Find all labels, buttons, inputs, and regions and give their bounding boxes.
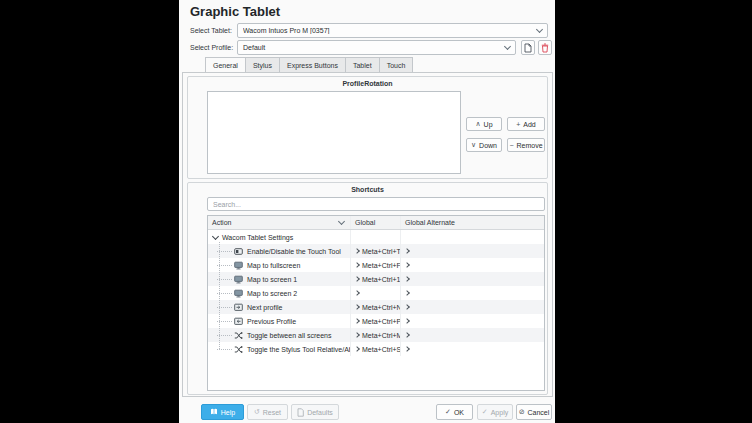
table-row[interactable]: Toggle between all screens Meta+Ctrl+M — [208, 328, 544, 342]
expand-icon[interactable] — [354, 318, 360, 324]
delete-profile-button[interactable] — [538, 40, 552, 55]
rotation-add-button[interactable]: +Add — [507, 117, 545, 131]
rotation-remove-button[interactable]: −Remove — [507, 138, 545, 152]
document-revert-icon — [297, 408, 304, 417]
expand-icon[interactable] — [404, 248, 410, 254]
table-row[interactable]: Map to screen 2 — [208, 286, 544, 300]
table-row[interactable]: Map to fullscreen Meta+Ctrl+F — [208, 258, 544, 272]
tablet-combobox-value: Wacom Intuos Pro M [0357] — [243, 27, 537, 34]
select-tablet-label: Select Tablet: — [190, 23, 232, 38]
shuffle-icon — [234, 331, 243, 340]
expand-icon[interactable] — [354, 248, 360, 254]
document-new-icon — [524, 43, 532, 53]
table-header: Action Global Global Alternate — [208, 216, 544, 230]
table-row[interactable]: Previous Profile Meta+Ctrl+P — [208, 314, 544, 328]
apply-button[interactable]: ✓ Apply — [477, 404, 513, 420]
help-book-icon — [210, 408, 218, 416]
cancel-button[interactable]: ⊘ Cancel — [516, 404, 552, 420]
table-row[interactable]: Next profile Meta+Ctrl+N — [208, 300, 544, 314]
monitor-icon — [234, 289, 243, 298]
expand-icon[interactable] — [404, 332, 410, 338]
reset-button[interactable]: ↺ Reset — [247, 404, 288, 420]
table-group-row[interactable]: Wacom Tablet Settings — [208, 230, 544, 244]
profile-rotation-title: ProfileRotation — [188, 80, 547, 87]
chevron-down-icon — [504, 43, 511, 50]
tablet-combobox[interactable]: Wacom Intuos Pro M [0357] — [237, 23, 548, 38]
expand-icon[interactable] — [354, 332, 360, 338]
monitor-icon — [234, 275, 243, 284]
defaults-button[interactable]: Defaults — [291, 404, 339, 420]
check-icon: ✓ — [445, 408, 451, 416]
arrow-down-icon: ∨ — [471, 141, 476, 149]
tree-line — [219, 242, 220, 349]
expand-icon[interactable] — [404, 318, 410, 324]
table-row[interactable]: Map to screen 1 Meta+Ctrl+1 — [208, 272, 544, 286]
expand-icon[interactable] — [354, 276, 360, 282]
search-input[interactable] — [207, 197, 545, 211]
shuffle-icon — [234, 345, 243, 354]
tab-general[interactable]: General — [205, 57, 246, 73]
table-row[interactable]: Enable/Disable the Touch Tool Meta+Ctrl+… — [208, 244, 544, 258]
profile-combobox[interactable]: Default — [237, 40, 516, 55]
tablet-icon — [234, 247, 243, 256]
undo-icon: ↺ — [254, 408, 260, 416]
table-row[interactable]: Toggle the Stylus Tool Relative/Absolute… — [208, 342, 544, 356]
expand-icon[interactable] — [404, 346, 410, 352]
rotation-down-button[interactable]: ∨Down — [466, 138, 502, 152]
expand-icon[interactable] — [404, 304, 410, 310]
tab-express-buttons[interactable]: Express Buttons — [280, 57, 346, 73]
check-icon: ✓ — [482, 408, 488, 416]
column-header-action[interactable]: Action — [208, 216, 351, 229]
tab-tablet[interactable]: Tablet — [346, 57, 380, 73]
sort-indicator-icon — [338, 218, 345, 225]
chevron-down-icon — [536, 26, 543, 33]
help-button[interactable]: Help — [201, 404, 244, 420]
ok-button[interactable]: ✓ OK — [436, 404, 473, 420]
plus-icon: + — [516, 121, 520, 128]
minus-icon: − — [509, 142, 513, 149]
column-header-global-alternate[interactable]: Global Alternate — [401, 216, 544, 229]
table-body: Wacom Tablet Settings Enable/Disable the… — [208, 230, 544, 356]
expand-icon[interactable] — [354, 346, 360, 352]
expand-icon[interactable] — [354, 262, 360, 268]
graphic-tablet-dialog: Graphic Tablet Select Tablet: Wacom Intu… — [179, 0, 555, 423]
cancel-circle-icon: ⊘ — [519, 408, 525, 416]
profile-next-icon — [234, 303, 243, 312]
column-header-global[interactable]: Global — [351, 216, 401, 229]
expand-icon[interactable] — [354, 304, 360, 310]
page-title: Graphic Tablet — [190, 4, 280, 19]
tab-bar: General Stylus Express Buttons Tablet To… — [205, 57, 413, 73]
expand-icon[interactable] — [404, 262, 410, 268]
rotation-up-button[interactable]: ∧Up — [466, 117, 502, 131]
arrow-up-icon: ∧ — [475, 120, 480, 128]
expand-icon[interactable] — [354, 290, 360, 296]
tab-stylus[interactable]: Stylus — [246, 57, 280, 73]
shortcuts-title: Shortcuts — [188, 186, 547, 193]
shortcuts-table: Action Global Global Alternate Wacom Tab… — [207, 215, 545, 391]
select-profile-label: Select Profile: — [190, 40, 233, 55]
expand-icon[interactable] — [404, 276, 410, 282]
trash-icon — [541, 43, 549, 53]
collapse-icon — [212, 232, 219, 239]
letterbox-background: Graphic Tablet Select Tablet: Wacom Intu… — [0, 0, 752, 423]
profile-previous-icon — [234, 317, 243, 326]
profile-combobox-value: Default — [243, 44, 505, 51]
group-label: Wacom Tablet Settings — [222, 234, 293, 241]
tab-touch[interactable]: Touch — [380, 57, 414, 73]
new-profile-button[interactable] — [521, 40, 535, 55]
profile-rotation-list[interactable] — [207, 91, 461, 174]
expand-icon[interactable] — [404, 290, 410, 296]
monitor-icon — [234, 261, 243, 270]
